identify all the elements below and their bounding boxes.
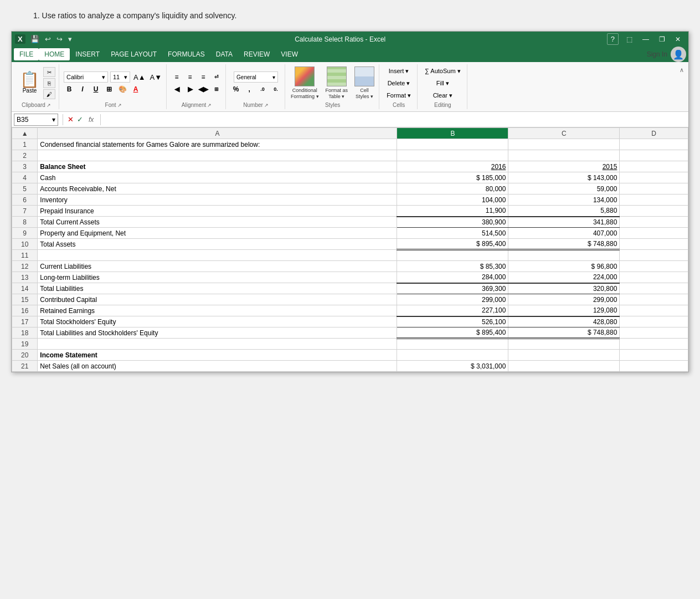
cell[interactable] bbox=[620, 261, 688, 272]
cell[interactable] bbox=[397, 250, 508, 261]
cell[interactable] bbox=[620, 339, 688, 350]
cell[interactable] bbox=[397, 139, 508, 150]
cell[interactable]: Contributed Capital bbox=[38, 294, 397, 305]
cell[interactable] bbox=[508, 250, 620, 261]
number-expander-icon[interactable]: ↗ bbox=[264, 103, 269, 108]
row-header[interactable]: 3 bbox=[12, 161, 38, 172]
cell[interactable]: 320,800 bbox=[508, 283, 620, 294]
minimize-btn[interactable]: — bbox=[638, 34, 653, 44]
cell[interactable]: 59,000 bbox=[508, 183, 620, 194]
cell[interactable] bbox=[38, 250, 397, 261]
cell[interactable]: Cash bbox=[38, 172, 397, 183]
row-header[interactable]: 11 bbox=[12, 250, 38, 261]
name-box[interactable]: B35 ▾ bbox=[14, 114, 58, 126]
fill-button[interactable]: Fill ▾ bbox=[434, 78, 452, 89]
formula-input[interactable] bbox=[103, 115, 688, 125]
alignment-expander-icon[interactable]: ↗ bbox=[207, 103, 212, 108]
cell[interactable]: 526,100 bbox=[397, 316, 508, 327]
cell[interactable]: Inventory bbox=[38, 194, 397, 206]
cell[interactable] bbox=[620, 316, 688, 327]
row-header[interactable]: 20 bbox=[12, 350, 38, 361]
cell[interactable]: $ 895,400 bbox=[397, 239, 508, 250]
font-expander-icon[interactable]: ↗ bbox=[117, 103, 122, 108]
row-header[interactable]: 10 bbox=[12, 239, 38, 250]
cell[interactable] bbox=[508, 339, 620, 350]
cell[interactable]: 224,000 bbox=[508, 272, 620, 283]
cell[interactable] bbox=[620, 350, 688, 361]
row-header[interactable]: 15 bbox=[12, 294, 38, 305]
align-top-center-button[interactable]: ≡ bbox=[184, 71, 195, 83]
undo-quick-btn[interactable]: ↩ bbox=[43, 34, 53, 44]
row-header[interactable]: 7 bbox=[12, 206, 38, 217]
cell[interactable]: Retained Earnings bbox=[38, 305, 397, 316]
cell[interactable]: Total Liabilities bbox=[38, 283, 397, 294]
cell[interactable] bbox=[620, 183, 688, 194]
borders-button[interactable]: ⊞ bbox=[104, 84, 115, 95]
menu-insert[interactable]: INSERT bbox=[70, 48, 105, 60]
col-header-a[interactable]: A bbox=[38, 128, 397, 139]
cell[interactable]: Total Assets bbox=[38, 239, 397, 250]
cell[interactable]: 341,880 bbox=[508, 217, 620, 228]
cell[interactable]: 407,000 bbox=[508, 228, 620, 239]
cell[interactable]: $ 85,300 bbox=[397, 261, 508, 272]
row-header[interactable]: 17 bbox=[12, 316, 38, 327]
cell[interactable]: 428,080 bbox=[508, 316, 620, 327]
cell[interactable] bbox=[620, 283, 688, 294]
insert-function-button[interactable]: fx bbox=[86, 116, 96, 124]
copy-button[interactable]: ⎘ bbox=[43, 78, 55, 88]
format-cells-button[interactable]: Format ▾ bbox=[384, 90, 414, 101]
menu-page-layout[interactable]: PAGE LAYOUT bbox=[105, 48, 162, 60]
cell[interactable] bbox=[620, 172, 688, 183]
cell[interactable]: 134,000 bbox=[508, 194, 620, 206]
cell[interactable]: 2015 bbox=[508, 161, 620, 172]
row-header[interactable]: 21 bbox=[12, 361, 38, 372]
cell[interactable] bbox=[38, 150, 397, 161]
cell[interactable]: Property and Equipment, Net bbox=[38, 228, 397, 239]
clipboard-expander-icon[interactable]: ↗ bbox=[47, 103, 51, 108]
cell[interactable]: $ 748,880 bbox=[508, 239, 620, 250]
cell[interactable]: 5,880 bbox=[508, 206, 620, 217]
cell[interactable]: Income Statement bbox=[38, 350, 397, 361]
cell[interactable] bbox=[620, 305, 688, 316]
cell[interactable]: Total Stockholders' Equity bbox=[38, 316, 397, 327]
cell[interactable]: Accounts Receivable, Net bbox=[38, 183, 397, 194]
cell[interactable]: 369,300 bbox=[397, 283, 508, 294]
align-top-left-button[interactable]: ≡ bbox=[171, 71, 182, 83]
col-header-b[interactable]: B bbox=[397, 128, 508, 139]
cell[interactable] bbox=[38, 339, 397, 350]
cell[interactable] bbox=[620, 294, 688, 305]
row-header[interactable]: 14 bbox=[12, 283, 38, 294]
auto-sum-button[interactable]: ∑ AutoSum ▾ bbox=[422, 65, 464, 76]
redo-quick-btn[interactable]: ↪ bbox=[55, 34, 64, 44]
align-left-button[interactable]: ◀ bbox=[171, 84, 182, 95]
cell[interactable] bbox=[620, 361, 688, 372]
cell[interactable] bbox=[620, 228, 688, 239]
format-as-table-button[interactable]: Format asTable ▾ bbox=[325, 65, 349, 101]
font-color-button[interactable]: A bbox=[130, 84, 141, 95]
font-shrink-button[interactable]: A▼ bbox=[149, 73, 163, 81]
cell[interactable]: $ 185,000 bbox=[397, 172, 508, 183]
cell[interactable] bbox=[620, 194, 688, 206]
decrease-decimal-button[interactable]: 0. bbox=[270, 84, 281, 95]
col-header-c[interactable]: C bbox=[508, 128, 620, 139]
cell[interactable]: 227,100 bbox=[397, 305, 508, 316]
cell[interactable] bbox=[620, 217, 688, 228]
cell[interactable]: Current Liabilities bbox=[38, 261, 397, 272]
cell[interactable]: $ 3,031,000 bbox=[397, 361, 508, 372]
delete-cells-button[interactable]: Delete ▾ bbox=[385, 78, 413, 89]
row-header[interactable]: 13 bbox=[12, 272, 38, 283]
cell[interactable]: Long-term Liabilities bbox=[38, 272, 397, 283]
wrap-text-button[interactable]: ⏎ bbox=[211, 71, 222, 83]
comma-button[interactable]: , bbox=[244, 84, 255, 95]
row-header[interactable]: 4 bbox=[12, 172, 38, 183]
cell[interactable] bbox=[620, 139, 688, 150]
cell[interactable]: 80,000 bbox=[397, 183, 508, 194]
cell[interactable] bbox=[397, 350, 508, 361]
cell[interactable] bbox=[397, 339, 508, 350]
cell[interactable]: 129,080 bbox=[508, 305, 620, 316]
cancel-formula-button[interactable]: ✕ bbox=[68, 115, 74, 124]
font-grow-button[interactable]: A▲ bbox=[132, 73, 147, 81]
cell[interactable] bbox=[508, 139, 620, 150]
collapse-ribbon-button[interactable]: ∧ bbox=[680, 66, 684, 74]
cell[interactable]: $ 895,400 bbox=[397, 327, 508, 339]
